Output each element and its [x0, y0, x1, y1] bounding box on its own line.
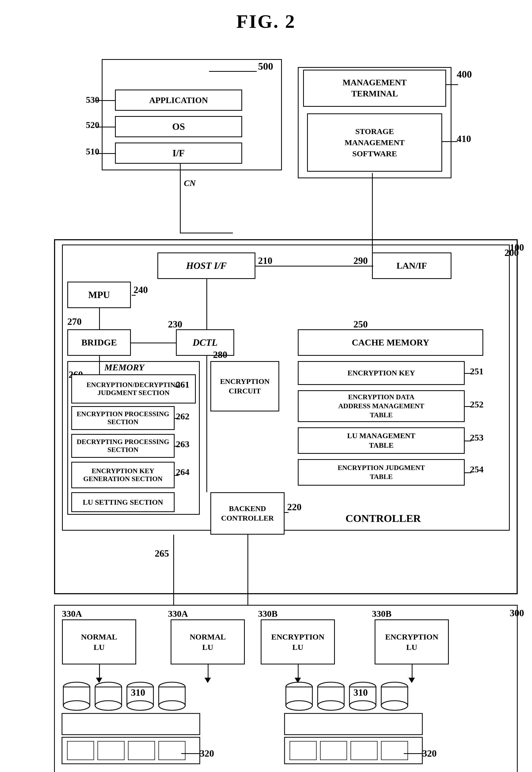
- enc-lu-2-label: ENCRYPTION LU: [385, 632, 438, 652]
- svg-point-23: [318, 701, 344, 710]
- enc-key-box: ENCRYPTION KEY: [298, 361, 465, 385]
- svg-rect-15: [98, 741, 124, 760]
- line-520: [96, 127, 115, 127]
- enc-judgment-table-box: ENCRYPTION JUDGMENT TABLE: [298, 459, 465, 486]
- line-500: [209, 71, 257, 72]
- label-254: 254: [470, 464, 484, 474]
- enc-processing-label: ENCRYPTION PROCESSING SECTION: [77, 410, 169, 426]
- label-330a2: 330A: [168, 609, 188, 619]
- label-530: 530: [86, 95, 99, 105]
- svg-rect-32: [290, 741, 316, 760]
- backend-controller-label: BACKEND CONTROLLER: [221, 504, 274, 523]
- normal-lu-2-label: NORMAL LU: [190, 632, 226, 652]
- label-320b: 320: [422, 748, 437, 759]
- os-label: OS: [172, 121, 185, 132]
- label-510: 510: [86, 147, 99, 157]
- backend-controller-box: BACKEND CONTROLLER: [210, 492, 285, 535]
- svg-point-20: [286, 701, 312, 710]
- os-box: OS: [115, 116, 242, 137]
- svg-rect-30: [285, 713, 422, 735]
- label-252: 252: [470, 400, 484, 410]
- enc-lu-1-label: ENCRYPTION LU: [271, 632, 325, 652]
- cn-line-v: [180, 164, 181, 233]
- enc-circuit-label: ENCRYPTION CIRCUIT: [220, 377, 269, 396]
- lu1-arrow-down: [99, 664, 100, 679]
- line-410: [442, 141, 458, 142]
- label-330a1: 330A: [62, 609, 82, 619]
- management-terminal-label: MANAGEMENT TERMINAL: [343, 77, 407, 99]
- label-261: 261: [176, 380, 189, 390]
- label-500: 500: [258, 60, 273, 72]
- line-400: [446, 84, 458, 85]
- dctl-down: [206, 356, 207, 492]
- label-520: 520: [86, 120, 99, 130]
- label-280: 280: [213, 349, 227, 360]
- application-box: APPLICATION: [115, 90, 242, 111]
- label-200: 200: [504, 247, 519, 258]
- line-320b: [404, 753, 424, 754]
- label-400: 400: [457, 68, 472, 80]
- svg-point-11: [159, 701, 185, 710]
- bridge-label: BRIDGE: [81, 338, 117, 348]
- label-230: 230: [168, 319, 182, 330]
- line-254: [465, 472, 471, 473]
- arrow1-head: [96, 678, 102, 683]
- label-320a: 320: [200, 748, 214, 759]
- lu-mgmt-table-box: LU MANAGEMENT TABLE: [298, 427, 465, 454]
- normal-lu-1-box: NORMAL LU: [62, 619, 136, 664]
- lu3-arrow-down: [298, 664, 299, 679]
- management-terminal-box: MANAGEMENT TERMINAL: [303, 70, 446, 107]
- normal-lu-1-label: NORMAL LU: [81, 632, 117, 652]
- label-265: 265: [155, 548, 169, 559]
- enc-key-label: ENCRYPTION KEY: [348, 369, 415, 377]
- svg-point-26: [349, 701, 376, 710]
- line-251: [465, 373, 471, 374]
- diagram: HOST APPLICATION OS I/F 530 520 510 500 …: [28, 43, 504, 758]
- label-262: 262: [176, 411, 189, 422]
- storage-mgmt-box: STORAGE MANAGEMENT SOFTWARE: [307, 113, 442, 172]
- enc-key-gen-box: ENCRYPTION KEY GENERATION SECTION: [71, 462, 175, 488]
- mpu-label: MPU: [88, 289, 110, 300]
- line-510: [96, 153, 115, 154]
- storage-mgmt-label: STORAGE MANAGEMENT SOFTWARE: [345, 126, 405, 159]
- enc-dec-judgment-label: ENCRYPTION/DECRYPTING JUDGMENT SECTION: [87, 381, 181, 397]
- bridge-memory: [99, 356, 100, 361]
- figure-title: FIG. 2: [236, 11, 296, 33]
- lu-setting-label: LU SETTING SECTION: [83, 498, 163, 507]
- normal-lu-2-box: NORMAL LU: [171, 619, 245, 664]
- hostif-to-lanif: [257, 266, 373, 267]
- bridge-dctl: [131, 343, 176, 343]
- bridge-box: BRIDGE: [67, 329, 131, 356]
- svg-rect-33: [320, 741, 347, 760]
- line-263: [175, 446, 179, 447]
- backend-down-arrow: [247, 535, 248, 605]
- svg-point-5: [95, 701, 122, 710]
- lan-if-box: LAN/IF: [372, 252, 451, 279]
- lu-setting-box: LU SETTING SECTION: [71, 492, 175, 512]
- svg-rect-17: [159, 741, 185, 760]
- label-330b1: 330B: [258, 609, 278, 619]
- dctl-label: DCTL: [193, 337, 218, 348]
- enc-judgment-table-label: ENCRYPTION JUDGMENT TABLE: [338, 463, 425, 481]
- if-label: I/F: [172, 148, 185, 159]
- lanif-up: [372, 238, 373, 254]
- mgmt-line-v: [372, 173, 373, 238]
- label-300: 300: [510, 607, 524, 619]
- host-if-label: HOST I/F: [186, 260, 227, 271]
- if-box: I/F: [115, 143, 242, 164]
- enc-lu-1-box: ENCRYPTION LU: [261, 619, 335, 664]
- line-252: [465, 406, 471, 407]
- svg-rect-16: [128, 741, 155, 760]
- hostif-to-dctl: [206, 279, 207, 329]
- label-240: 240: [134, 284, 148, 295]
- line-261: [175, 386, 179, 387]
- label-263: 263: [176, 439, 189, 449]
- label-250: 250: [353, 319, 368, 330]
- enc-data-addr-label: ENCRYPTION DATA ADDRESS MANAGEMENT TABLE: [338, 393, 424, 419]
- cn-line-h: [180, 233, 233, 233]
- label-310a: 310: [131, 687, 145, 698]
- svg-point-8: [127, 701, 153, 710]
- line-264: [175, 475, 179, 476]
- svg-rect-14: [67, 741, 94, 760]
- label-210: 210: [258, 255, 272, 266]
